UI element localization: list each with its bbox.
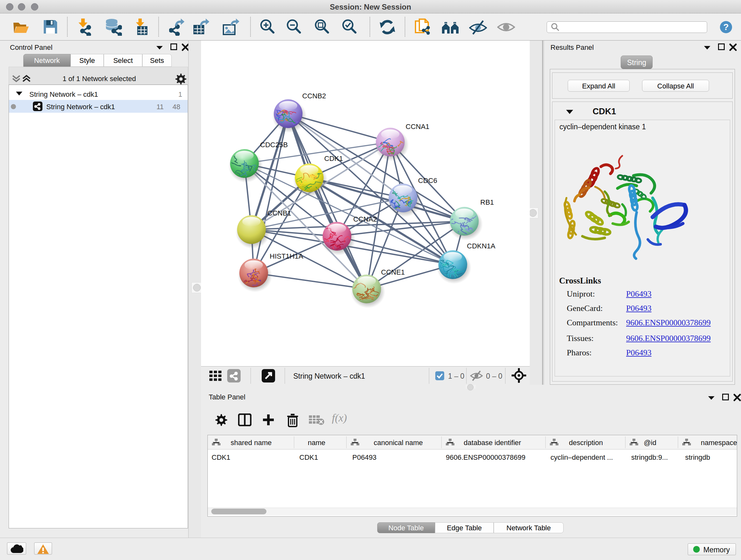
svg-text:CCNE1: CCNE1: [381, 268, 405, 276]
svg-text:CCNB2: CCNB2: [302, 92, 326, 100]
svg-text:CDK1: CDK1: [324, 154, 343, 163]
svg-text:CDKN1A: CDKN1A: [467, 242, 495, 250]
svg-text:HIST1H1A: HIST1H1A: [270, 252, 303, 260]
svg-text:RB1: RB1: [480, 198, 494, 206]
svg-text:CCNA2: CCNA2: [353, 215, 377, 223]
svg-text:CCNB1: CCNB1: [267, 209, 291, 217]
svg-text:CDC6: CDC6: [418, 177, 437, 185]
svg-text:CDC25B: CDC25B: [260, 141, 288, 149]
svg-text:CCNA1: CCNA1: [406, 123, 429, 131]
